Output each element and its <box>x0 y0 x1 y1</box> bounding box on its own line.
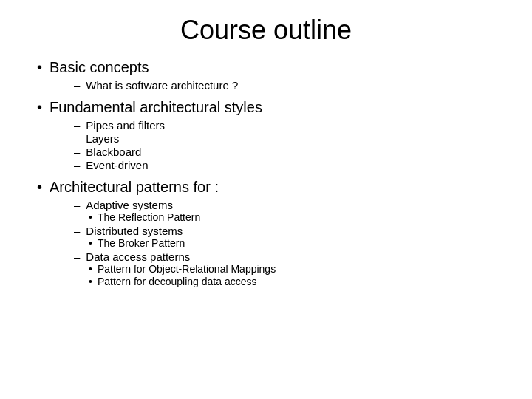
dash-icon: – <box>74 250 80 263</box>
bullet-dot-1: • <box>37 59 42 76</box>
dash-icon: – <box>74 225 80 237</box>
list-item: – Distributed systems • The Broker Patte… <box>74 225 495 250</box>
list-item: • The Reflection Pattern <box>89 211 200 223</box>
list-item: • The Broker Pattern <box>89 237 185 249</box>
dash-icon: – <box>74 199 80 211</box>
list-item: – Event-driven <box>74 159 495 171</box>
list-item: – Adaptive systems • The Reflection Patt… <box>74 199 495 224</box>
list-item: – What is software architecture ? <box>74 79 495 92</box>
list-item: – Data access patterns • Pattern for Obj… <box>74 250 495 288</box>
bullet-dot-3: • <box>37 179 42 196</box>
arch-patterns-sublist: – Adaptive systems • The Reflection Patt… <box>74 199 495 288</box>
dash-icon: – <box>74 79 80 92</box>
list-item: • Pattern for decoupling data access <box>89 276 276 287</box>
section-arch-patterns-label: Architectural patterns for : <box>50 179 219 196</box>
fundamental-styles-sublist: – Pipes and filters – Layers – Blackboar… <box>74 119 495 171</box>
section-fundamental-styles-label: Fundamental architectural styles <box>50 99 262 116</box>
small-bullet-icon: • <box>89 211 92 223</box>
data-access-sublist: • Pattern for Object-Relational Mappings… <box>89 263 276 288</box>
dash-icon: – <box>74 132 80 145</box>
section-basic-concepts: • Basic concepts – What is software arch… <box>37 59 495 92</box>
list-item: – Pipes and filters <box>74 119 495 132</box>
dash-icon: – <box>74 119 80 132</box>
basic-concepts-sublist: – What is software architecture ? <box>74 79 495 92</box>
list-item: – Layers <box>74 132 495 145</box>
distributed-systems-sublist: • The Broker Pattern <box>89 237 185 250</box>
section-basic-concepts-label: Basic concepts <box>50 59 149 76</box>
section-fundamental-styles: • Fundamental architectural styles – Pip… <box>37 99 495 171</box>
list-item: – Blackboard <box>74 146 495 158</box>
small-bullet-icon: • <box>89 263 92 275</box>
main-content: • Basic concepts – What is software arch… <box>37 59 495 296</box>
dash-icon: – <box>74 146 80 158</box>
list-item: • Pattern for Object-Relational Mappings <box>89 263 276 275</box>
dash-icon: – <box>74 159 80 171</box>
small-bullet-icon: • <box>89 237 92 249</box>
section-arch-patterns: • Architectural patterns for : – Adaptiv… <box>37 179 495 288</box>
page-title: Course outline <box>180 15 352 46</box>
bullet-dot-2: • <box>37 99 42 116</box>
adaptive-systems-sublist: • The Reflection Pattern <box>89 211 200 224</box>
what-is-sw-arch-label: What is software architecture ? <box>86 79 238 92</box>
small-bullet-icon: • <box>89 276 92 287</box>
